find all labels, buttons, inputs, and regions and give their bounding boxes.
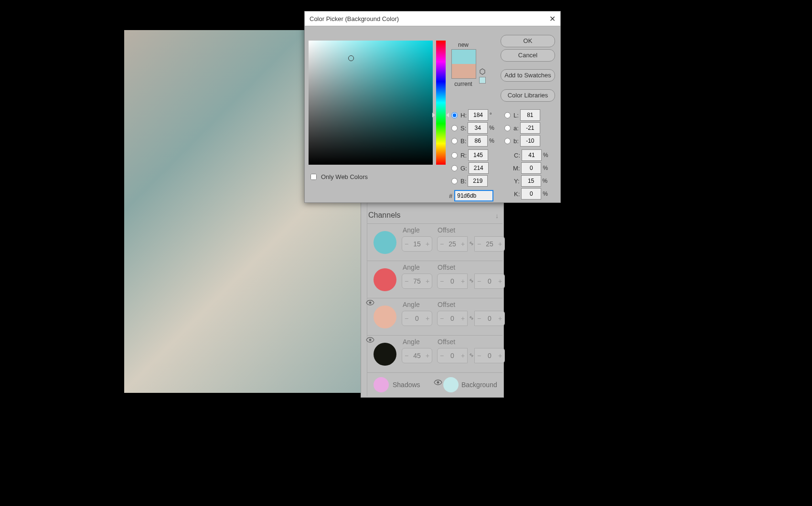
h-radio[interactable]	[451, 112, 458, 118]
close-icon[interactable]: ✕	[549, 14, 556, 23]
offset1-stepper[interactable]: −0+	[437, 274, 468, 289]
minus-icon[interactable]: −	[402, 352, 411, 359]
plus-icon[interactable]: +	[459, 240, 467, 248]
l-input[interactable]	[520, 109, 540, 121]
channel-row[interactable]: AngleOffset−75+−0+−0+	[367, 261, 502, 298]
h-input[interactable]	[468, 109, 488, 121]
s-field[interactable]: S:%	[451, 122, 496, 134]
r-input[interactable]	[468, 149, 488, 161]
channel-row[interactable]: AngleOffset−15+−25+−25+	[367, 223, 502, 261]
channel-swatch[interactable]	[374, 231, 396, 254]
shadows-swatch[interactable]	[374, 377, 389, 392]
angle-stepper[interactable]: −45+	[402, 348, 432, 363]
b-hsb-field[interactable]: B:%	[451, 135, 496, 147]
background-swatch[interactable]	[443, 377, 459, 392]
hue-slider[interactable]	[436, 41, 446, 165]
c-field[interactable]: C:%	[514, 149, 550, 161]
g-radio[interactable]	[451, 165, 458, 171]
link-icon[interactable]	[468, 240, 475, 247]
minus-icon[interactable]: −	[475, 240, 483, 248]
k-input[interactable]	[521, 188, 541, 200]
channel-swatch[interactable]	[374, 268, 396, 291]
minus-icon[interactable]: −	[438, 315, 446, 322]
a-field[interactable]: a:	[504, 122, 548, 134]
b-hsb-radio[interactable]	[451, 138, 458, 144]
new-color-swatch[interactable]	[452, 50, 476, 64]
sv-marker[interactable]	[348, 55, 354, 61]
channel-row[interactable]: AngleOffset−45+−0+−0+	[367, 335, 502, 373]
minus-icon[interactable]: −	[438, 277, 446, 285]
b-rgb-input[interactable]	[468, 175, 488, 187]
link-icon[interactable]	[468, 352, 475, 358]
ok-button[interactable]: OK	[501, 35, 555, 47]
cancel-button[interactable]: Cancel	[501, 49, 555, 62]
r-radio[interactable]	[451, 152, 458, 158]
web-safe-swatch[interactable]	[479, 77, 486, 84]
offset1-stepper[interactable]: −25+	[437, 236, 468, 252]
m-input[interactable]	[521, 162, 541, 174]
saturation-value-field[interactable]	[309, 41, 433, 165]
s-radio[interactable]	[451, 125, 458, 131]
minus-icon[interactable]: −	[402, 315, 411, 322]
b-rgb-field[interactable]: B:	[451, 175, 496, 187]
offset1-stepper[interactable]: −0+	[437, 348, 468, 363]
only-web-checkbox[interactable]	[310, 174, 317, 180]
plus-icon[interactable]: +	[459, 352, 467, 359]
r-field[interactable]: R:	[451, 149, 496, 161]
offset2-stepper[interactable]: −0+	[474, 348, 505, 363]
link-icon[interactable]	[468, 277, 475, 284]
l-field[interactable]: L:	[504, 109, 548, 121]
current-color-swatch[interactable]	[452, 64, 476, 78]
c-input[interactable]	[522, 149, 542, 161]
b-hsb-input[interactable]	[468, 135, 488, 147]
a-input[interactable]	[520, 122, 540, 134]
y-field[interactable]: Y:%	[514, 175, 549, 187]
b-lab-input[interactable]	[520, 135, 540, 147]
plus-icon[interactable]: +	[496, 315, 504, 322]
offset2-stepper[interactable]: −25+	[474, 236, 505, 252]
k-field[interactable]: K:%	[514, 188, 549, 200]
plus-icon[interactable]: +	[459, 315, 467, 322]
channel-row[interactable]: AngleOffset−0+−0+−0+	[367, 298, 502, 336]
panel-menu-icon[interactable]: ↓	[495, 212, 499, 220]
plus-icon[interactable]: +	[496, 277, 504, 285]
hex-input[interactable]	[454, 190, 493, 201]
minus-icon[interactable]: −	[402, 240, 411, 248]
channel-swatch[interactable]	[374, 343, 396, 366]
m-field[interactable]: M:%	[513, 162, 549, 174]
angle-stepper[interactable]: −15+	[402, 236, 432, 252]
offset2-stepper[interactable]: −0+	[474, 274, 505, 289]
angle-stepper[interactable]: −75+	[402, 274, 432, 289]
minus-icon[interactable]: −	[438, 240, 446, 248]
plus-icon[interactable]: +	[496, 352, 504, 359]
channel-swatch[interactable]	[374, 306, 396, 328]
minus-icon[interactable]: −	[438, 352, 446, 359]
dialog-titlebar[interactable]: Color Picker (Background Color) ✕	[305, 11, 560, 26]
b-lab-field[interactable]: b:	[504, 135, 548, 147]
minus-icon[interactable]: −	[475, 352, 483, 359]
visibility-icon[interactable]	[366, 337, 375, 345]
b-rgb-radio[interactable]	[451, 178, 458, 184]
minus-icon[interactable]: −	[402, 277, 411, 285]
s-input[interactable]	[468, 122, 488, 134]
b-lab-radio[interactable]	[504, 138, 511, 144]
g-input[interactable]	[469, 162, 489, 174]
angle-stepper[interactable]: −0+	[402, 311, 432, 326]
minus-icon[interactable]: −	[475, 315, 483, 322]
plus-icon[interactable]: +	[423, 352, 432, 359]
plus-icon[interactable]: +	[496, 240, 504, 248]
visibility-icon[interactable]	[434, 380, 443, 387]
hue-marker-left[interactable]	[432, 113, 435, 117]
y-input[interactable]	[521, 175, 541, 187]
gamut-warning-icon[interactable]	[479, 68, 486, 75]
add-to-swatches-button[interactable]: Add to Swatches	[501, 69, 555, 82]
g-field[interactable]: G:	[451, 162, 497, 174]
plus-icon[interactable]: +	[423, 315, 432, 322]
a-radio[interactable]	[504, 125, 511, 131]
only-web-colors[interactable]: Only Web Colors	[309, 172, 368, 181]
plus-icon[interactable]: +	[423, 240, 432, 248]
link-icon[interactable]	[468, 315, 475, 321]
plus-icon[interactable]: +	[423, 277, 432, 285]
visibility-icon[interactable]	[366, 300, 375, 307]
h-field[interactable]: H:°	[451, 109, 496, 121]
